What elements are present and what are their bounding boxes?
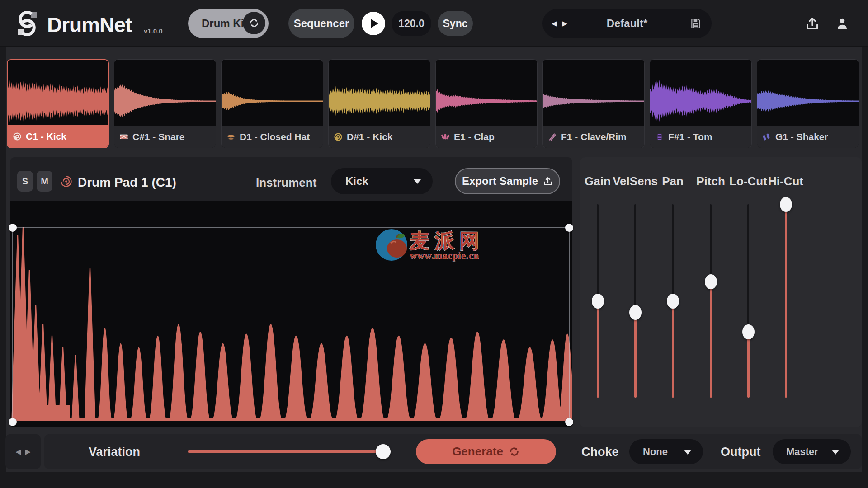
- pitch-slider-track[interactable]: [710, 204, 712, 282]
- instrument-value: Kick: [345, 175, 368, 188]
- selection-handle-top-right[interactable]: [565, 224, 573, 232]
- tempo-value: 120.0: [398, 18, 425, 30]
- pan-slider[interactable]: [667, 294, 679, 309]
- drum-pad-2[interactable]: C#1 - Snare: [114, 59, 216, 148]
- tom-drum-icon: [655, 132, 664, 141]
- kick-spiral-icon: [60, 175, 72, 188]
- pan-slider-track[interactable]: [672, 204, 674, 301]
- export-sample-button[interactable]: Export Sample: [455, 168, 560, 194]
- gain-slider[interactable]: [592, 294, 604, 309]
- lo-cut-slider-track[interactable]: [747, 204, 749, 332]
- top-bar: DrumNet v1.0.0 Drum Kit Sequencer 120.0 …: [0, 0, 868, 47]
- tempo-display[interactable]: 120.0: [392, 11, 431, 36]
- instrument-dropdown[interactable]: Kick: [331, 168, 433, 194]
- shaker-icon: [762, 132, 771, 141]
- hi-cut-slider[interactable]: [780, 197, 792, 212]
- preset-next-button[interactable]: ▶: [560, 19, 571, 28]
- velsens-slider-fill[interactable]: [634, 313, 637, 398]
- pad-label: D1 - Closed Hat: [240, 131, 310, 142]
- pad-label: C#1 - Snare: [132, 131, 185, 142]
- kick-spiral-icon: [13, 132, 22, 141]
- pitch-slider-fill[interactable]: [710, 282, 712, 398]
- selection-handle-top-left[interactable]: [9, 224, 17, 232]
- pad-label-strip[interactable]: F#1 - Tom: [650, 126, 751, 148]
- app-version: v1.0.0: [144, 27, 163, 35]
- variation-slider-knob[interactable]: [376, 444, 391, 459]
- output-value: Master: [786, 446, 818, 458]
- save-preset-icon[interactable]: [690, 18, 702, 29]
- drum-kit-label: Drum Kit: [202, 17, 247, 30]
- pad-waveform-thumbnail: [757, 60, 859, 127]
- play-button[interactable]: [362, 12, 385, 35]
- next-pad-button[interactable]: ▶: [25, 447, 31, 456]
- hi-cut-label: Hi-Cut: [754, 174, 817, 188]
- generate-button[interactable]: Generate: [416, 439, 556, 464]
- pad-label: F1 - Clave/Rim: [561, 131, 627, 142]
- preset-bar: ◀ ▶ Default*: [542, 9, 712, 38]
- drum-pad-7[interactable]: F#1 - Tom: [650, 59, 752, 148]
- pad-label-strip[interactable]: G1 - Shaker: [757, 126, 859, 148]
- variation-slider[interactable]: [188, 450, 389, 453]
- hihat-icon: [226, 132, 236, 141]
- sync-button[interactable]: Sync: [438, 11, 473, 36]
- pad-label-strip[interactable]: F1 - Clave/Rim: [543, 126, 644, 148]
- snare-drum-icon: [119, 132, 128, 141]
- pad-title: Drum Pad 1 (C1): [78, 175, 176, 190]
- sequencer-tab[interactable]: Sequencer: [288, 9, 354, 38]
- drumnet-window: DrumNet v1.0.0 Drum Kit Sequencer 120.0 …: [0, 0, 868, 488]
- selection-handle-bottom-right[interactable]: [565, 418, 573, 426]
- instrument-label: Instrument: [256, 176, 316, 190]
- pad-waveform-thumbnail: [543, 60, 645, 127]
- pad-label-strip[interactable]: C#1 - Snare: [114, 126, 216, 148]
- selection-handle-bottom-left[interactable]: [9, 418, 17, 426]
- pad-label-strip[interactable]: D#1 - Kick: [329, 126, 430, 148]
- regenerate-kit-icon[interactable]: [243, 12, 265, 34]
- mixer-panel: [580, 157, 862, 427]
- pad-label-strip[interactable]: D1 - Closed Hat: [222, 126, 323, 148]
- pad-label: C1 - Kick: [26, 131, 66, 142]
- drum-pad-8[interactable]: G1 - Shaker: [757, 59, 859, 148]
- gain-slider-track[interactable]: [597, 204, 599, 301]
- choke-dropdown[interactable]: None: [629, 439, 703, 464]
- pitch-slider[interactable]: [705, 274, 717, 289]
- pad-label: G1 - Shaker: [775, 131, 828, 142]
- user-account-icon[interactable]: [835, 16, 850, 32]
- drum-pad-1[interactable]: C1 - Kick: [7, 59, 109, 148]
- drum-pad-4[interactable]: D#1 - Kick: [328, 59, 430, 148]
- prev-pad-button[interactable]: ◀: [15, 447, 21, 456]
- preset-prev-button[interactable]: ◀: [549, 19, 560, 28]
- chevron-down-icon: [684, 450, 691, 455]
- solo-button[interactable]: S: [17, 171, 33, 192]
- clap-hands-icon: [441, 132, 450, 141]
- drum-pad-6[interactable]: F1 - Clave/Rim: [542, 59, 645, 148]
- hi-cut-slider-fill[interactable]: [785, 204, 787, 398]
- pan-slider-fill[interactable]: [672, 301, 674, 398]
- pad-label: D#1 - Kick: [347, 131, 393, 142]
- selection-region[interactable]: [12, 227, 570, 422]
- generate-label: Generate: [452, 445, 503, 459]
- pad-waveform-thumbnail: [436, 60, 538, 127]
- pad-label-strip[interactable]: E1 - Clap: [436, 126, 537, 148]
- pad-waveform-thumbnail: [329, 60, 430, 127]
- sequencer-label: Sequencer: [294, 17, 349, 30]
- velsens-slider[interactable]: [629, 305, 642, 320]
- kick-spiral-icon: [334, 132, 343, 141]
- output-label: Output: [721, 445, 760, 459]
- sync-label: Sync: [443, 18, 468, 30]
- drum-pad-3[interactable]: D1 - Closed Hat: [221, 59, 323, 148]
- lo-cut-slider[interactable]: [742, 324, 755, 339]
- play-icon: [371, 19, 378, 28]
- gain-slider-fill[interactable]: [597, 301, 599, 398]
- choke-label: Choke: [581, 445, 619, 459]
- variation-label: Variation: [89, 445, 140, 459]
- pad-label-strip[interactable]: C1 - Kick: [8, 125, 108, 147]
- output-dropdown[interactable]: Master: [773, 439, 851, 464]
- drum-pad-5[interactable]: E1 - Clap: [435, 59, 538, 148]
- mute-button[interactable]: M: [37, 171, 52, 192]
- drum-kit-tab[interactable]: Drum Kit: [188, 9, 269, 38]
- velsens-slider-track[interactable]: [634, 204, 636, 313]
- app-title: DrumNet: [47, 13, 132, 37]
- pad-waveform-thumbnail: [222, 60, 323, 127]
- export-kit-icon[interactable]: [805, 16, 820, 32]
- lo-cut-slider-fill[interactable]: [747, 332, 750, 398]
